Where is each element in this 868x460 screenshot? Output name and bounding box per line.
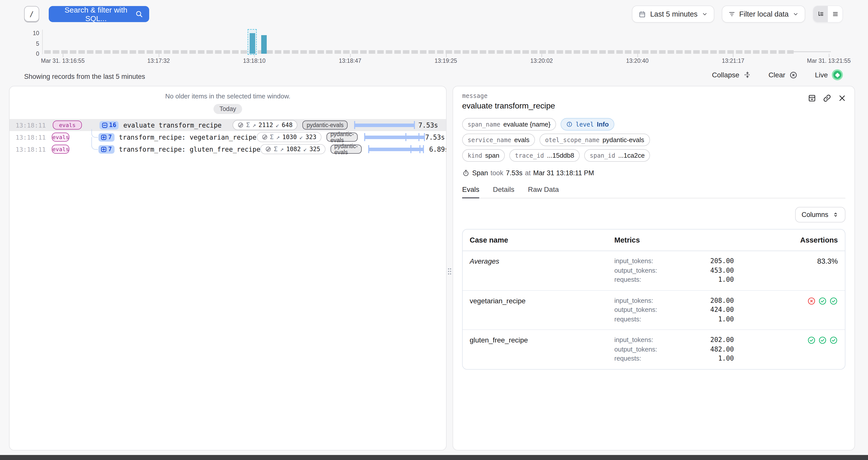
badge-key: span_name (468, 121, 500, 128)
metric-label: requests: (614, 315, 641, 324)
x-tick-label: 13:18:10 (214, 58, 294, 64)
showing-records-text: Showing records from the last 5 minutes (24, 73, 145, 80)
record-row[interactable]: 13:18:11 evals 16 evaluate transform_rec… (9, 119, 446, 131)
eval-case-row[interactable]: Averages input_tokens:205.00output_token… (463, 251, 845, 291)
tree-view-button[interactable] (813, 6, 828, 22)
eval-case-row[interactable]: vegetarian_recipe input_tokens:208.00out… (463, 291, 845, 330)
tab-raw-data[interactable]: Raw Data (528, 185, 559, 198)
output-tokens-count: 325 (309, 145, 320, 153)
info-icon (566, 121, 572, 128)
scope-tag[interactable]: pydantic-evals (327, 133, 358, 142)
metric-label: requests: (614, 276, 641, 285)
list-tree-icon (817, 10, 824, 18)
x-tick-label: 13:20:02 (501, 58, 582, 64)
evals-tag[interactable]: evals (52, 133, 69, 142)
live-toggle[interactable]: Live (815, 69, 843, 80)
metric-value: 202.00 (710, 336, 734, 345)
attribute-badge[interactable]: service_name evals (462, 134, 535, 146)
time-range-dropdown[interactable]: Last 5 minutes (632, 5, 714, 23)
search-icon (135, 10, 143, 18)
metric-value: 1.00 (718, 355, 734, 364)
record-row[interactable]: 13:18:11 evals 7 transform_recipe: veget… (9, 131, 446, 143)
badge-value: span (485, 152, 499, 159)
panel-resize-handle[interactable] (446, 266, 453, 276)
record-message: transform_recipe: vegetarian_recipe (119, 133, 256, 141)
x-tick-mark (350, 54, 351, 57)
metric-label: output_tokens: (614, 266, 657, 276)
tab-details[interactable]: Details (493, 185, 515, 198)
collapse-button[interactable]: Collapse (712, 71, 751, 79)
header-metrics: Metrics (614, 236, 734, 244)
attribute-badge[interactable]: span_name evaluate {name} (462, 118, 556, 131)
case-name: gluten_free_recipe (470, 336, 614, 364)
assertion-pass-icon (818, 297, 827, 305)
scope-tag[interactable]: pydantic-evals (330, 144, 362, 154)
eval-case-row[interactable]: gluten_free_recipe input_tokens:202.00ou… (463, 330, 845, 369)
attribute-badge[interactable]: trace_id ...15ddb8 (509, 149, 580, 162)
assertions-percent: 83.3% (817, 257, 838, 265)
metric-value: 1.00 (718, 276, 734, 285)
records-histogram[interactable]: 1050 Mar 31. 13:16:5513:17:3213:18:1013:… (0, 28, 868, 64)
filter-local-data-dropdown[interactable]: Filter local data (721, 5, 805, 23)
collapse-button-label: Collapse (712, 71, 739, 79)
badge-value: evaluate {name} (503, 121, 551, 128)
collapse-square-icon (102, 122, 107, 128)
search-button[interactable]: Search & filter with SQL... (49, 6, 149, 22)
token-stats-pill[interactable]: Σ ↗ 1082 ↙ 325 (260, 144, 326, 154)
input-tokens-count: 1082 (286, 145, 301, 153)
token-stats-pill[interactable]: Σ ↗ 1030 ↙ 323 (256, 132, 321, 142)
attribute-badge[interactable]: kind span (462, 149, 505, 162)
assertion-pass-icon (829, 297, 838, 305)
columns-button[interactable]: Columns (795, 207, 845, 223)
span-title: evaluate transform_recipe (462, 101, 845, 110)
assertion-pass-icon (829, 336, 838, 344)
evals-tag[interactable]: evals (52, 144, 69, 154)
histogram-bar[interactable] (261, 35, 267, 54)
record-row[interactable]: 13:18:11 evals 7 transform_recipe: glute… (9, 143, 446, 155)
list-icon (832, 10, 839, 18)
copy-link-icon[interactable] (823, 94, 831, 102)
columns-button-label: Columns (801, 211, 828, 219)
output-tokens-count: 323 (305, 134, 316, 141)
metric-value: 453.00 (710, 266, 734, 276)
slash-shortcut-key[interactable]: / (24, 6, 39, 22)
record-duration: 6.89s (429, 145, 446, 153)
filter-icon (728, 10, 735, 18)
header-assertions: Assertions (800, 236, 838, 244)
duration-bar (368, 145, 429, 153)
sigma-icon: Σ (270, 134, 274, 141)
span-line-word: 7.53s (506, 169, 522, 177)
attribute-badge[interactable]: otel_scope_name pydantic-evals (539, 134, 650, 146)
child-count-chip[interactable]: 7 (99, 133, 114, 141)
case-metrics: input_tokens:202.00output_tokens:482.00r… (614, 336, 734, 364)
filter-label: Filter local data (739, 10, 788, 18)
tab-evals[interactable]: Evals (462, 185, 479, 198)
evals-tag[interactable]: evals (53, 121, 82, 130)
child-count-chip[interactable]: 7 (99, 145, 114, 154)
clear-button[interactable]: Clear (769, 71, 798, 79)
metric-value: 482.00 (710, 345, 734, 355)
token-stats-pill[interactable]: Σ ↗ 2112 ↙ 648 (232, 120, 298, 130)
scope-tag[interactable]: pydantic-evals (303, 121, 348, 130)
badge-key: otel_scope_name (545, 136, 599, 143)
case-assertions (807, 336, 838, 364)
arrow-up-right-icon: ↗ (280, 145, 284, 153)
stopwatch-icon (462, 169, 470, 177)
level-badge[interactable]: level Info (561, 118, 614, 131)
open-in-panel-icon[interactable] (808, 94, 816, 102)
output-tokens-count: 648 (282, 122, 292, 129)
record-message: transform_recipe: gluten_free_recipe (119, 145, 260, 153)
input-tokens-count: 2112 (258, 122, 273, 129)
close-panel-icon[interactable] (838, 94, 846, 102)
attribute-badge[interactable]: span_id ...1ca2ce (584, 149, 650, 162)
x-tick-label: Mar 31. 13:21:55 (788, 58, 868, 64)
list-view-button[interactable] (828, 6, 842, 22)
x-tick-mark (638, 54, 638, 57)
calendar-icon (639, 10, 646, 18)
tree-connector (92, 137, 98, 150)
input-tokens-count: 1030 (282, 134, 297, 141)
child-count-chip[interactable]: 16 (99, 121, 119, 129)
records-panel: No older items in the selected time wind… (9, 86, 446, 451)
badge-key: kind (468, 152, 482, 159)
day-chip[interactable]: Today (214, 104, 242, 114)
